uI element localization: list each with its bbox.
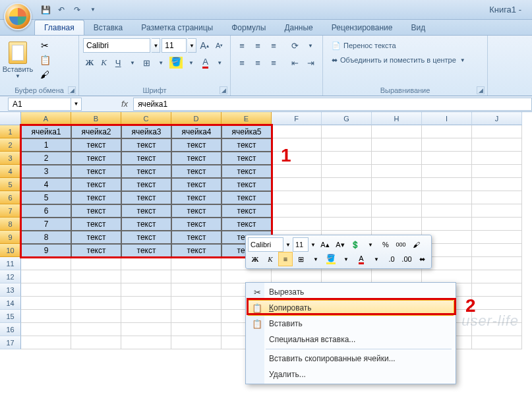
save-icon[interactable]: 💾: [40, 4, 51, 16]
font-size-dropdown-icon[interactable]: ▼: [188, 38, 196, 53]
cell-C16[interactable]: [121, 323, 171, 336]
font-color-dropdown-icon[interactable]: ▼: [213, 55, 226, 70]
col-header-F[interactable]: F: [272, 112, 322, 125]
cell-F2[interactable]: [272, 138, 322, 152]
merge-center-button[interactable]: ⬌ Объединить и поместить в центре ▼: [327, 53, 483, 67]
row-header-10[interactable]: 10: [0, 244, 21, 257]
mini-shrink-font-icon[interactable]: A▾: [333, 237, 347, 252]
ctx-paste-special[interactable]: Специальная вставка...: [247, 332, 454, 347]
ctx-delete[interactable]: Удалить...: [247, 367, 454, 382]
tab-0[interactable]: Главная: [34, 20, 84, 35]
mini-borders-dropdown-icon[interactable]: ▼: [309, 252, 323, 266]
cell-D11[interactable]: [171, 257, 222, 270]
cell-F5[interactable]: [272, 178, 322, 191]
cell-I8[interactable]: [422, 218, 472, 231]
cell-J13[interactable]: [472, 283, 522, 297]
mini-size-dropdown-icon[interactable]: ▼: [309, 237, 317, 252]
cell-F12[interactable]: [272, 270, 322, 283]
cell-B12[interactable]: [71, 270, 121, 283]
cell-H6[interactable]: [372, 191, 422, 204]
tab-2[interactable]: Разметка страницы: [132, 20, 222, 35]
mini-align-center-icon[interactable]: ≡: [278, 252, 293, 266]
cell-G8[interactable]: [322, 218, 372, 231]
paste-button[interactable]: Вставить ▼: [4, 38, 32, 82]
mini-accounting-dropdown-icon[interactable]: ▼: [363, 237, 378, 252]
cell-D7[interactable]: текст: [171, 204, 222, 218]
cell-D14[interactable]: [171, 297, 222, 310]
orientation-icon[interactable]: ⟳: [287, 38, 302, 53]
mini-accounting-icon[interactable]: 💲: [348, 237, 363, 252]
ctx-cut[interactable]: ✂ Вырезать: [247, 284, 454, 300]
cell-D5[interactable]: текст: [171, 178, 222, 191]
col-header-I[interactable]: I: [422, 112, 472, 125]
cell-A13[interactable]: [21, 283, 71, 297]
decrease-indent-icon[interactable]: ⇤: [287, 55, 302, 70]
cell-C17[interactable]: [121, 336, 171, 349]
bold-button[interactable]: Ж: [83, 55, 96, 70]
cell-A6[interactable]: 5: [21, 191, 71, 204]
cell-I7[interactable]: [422, 204, 472, 218]
cell-I6[interactable]: [422, 191, 472, 204]
cell-C5[interactable]: текст: [121, 178, 171, 191]
col-header-H[interactable]: H: [372, 112, 422, 125]
cell-H8[interactable]: [372, 218, 422, 231]
name-box[interactable]: A1: [8, 98, 71, 111]
cell-B15[interactable]: [71, 310, 121, 323]
mini-fill-color-icon[interactable]: 🪣: [324, 252, 338, 266]
cell-G1[interactable]: [322, 125, 372, 138]
row-header-6[interactable]: 6: [0, 191, 21, 204]
tab-3[interactable]: Формулы: [222, 20, 275, 35]
cell-D6[interactable]: текст: [171, 191, 222, 204]
office-button[interactable]: [4, 3, 32, 30]
cell-B7[interactable]: текст: [71, 204, 121, 218]
cut-icon[interactable]: ✂: [38, 40, 51, 51]
mini-increase-decimal-icon[interactable]: .00: [399, 252, 414, 266]
cell-C7[interactable]: текст: [121, 204, 171, 218]
row-header-11[interactable]: 11: [0, 257, 21, 270]
col-header-G[interactable]: G: [322, 112, 372, 125]
cell-I1[interactable]: [422, 125, 472, 138]
mini-format-painter-icon[interactable]: 🖌: [409, 237, 423, 252]
cell-A7[interactable]: 6: [21, 204, 71, 218]
mini-italic-button[interactable]: К: [263, 252, 278, 266]
cell-G5[interactable]: [322, 178, 372, 191]
cell-B8[interactable]: текст: [71, 218, 121, 231]
cell-J14[interactable]: [472, 297, 522, 310]
align-top-icon[interactable]: ≡: [235, 38, 249, 53]
cell-I2[interactable]: [422, 138, 472, 152]
col-header-C[interactable]: C: [121, 112, 171, 125]
mini-fill-dropdown-icon[interactable]: ▼: [339, 252, 353, 266]
align-left-icon[interactable]: ≡: [235, 55, 249, 70]
cell-F1[interactable]: [272, 125, 322, 138]
row-header-2[interactable]: 2: [0, 138, 21, 152]
cell-I3[interactable]: [422, 152, 472, 165]
clipboard-launcher[interactable]: ◢: [68, 86, 76, 94]
cell-A3[interactable]: 2: [21, 152, 71, 165]
cell-J12[interactable]: [472, 270, 522, 283]
col-header-D[interactable]: D: [171, 112, 222, 125]
cell-A16[interactable]: [21, 323, 71, 336]
row-header-16[interactable]: 16: [0, 323, 21, 336]
cell-H7[interactable]: [372, 204, 422, 218]
formula-input[interactable]: ячейка1: [133, 98, 532, 111]
cell-C3[interactable]: текст: [121, 152, 171, 165]
fill-dropdown-icon[interactable]: ▼: [185, 55, 198, 70]
redo-icon[interactable]: ↷: [71, 4, 83, 16]
font-name-select[interactable]: Calibri: [83, 38, 150, 53]
cell-A12[interactable]: [21, 270, 71, 283]
mini-decrease-decimal-icon[interactable]: .0: [384, 252, 399, 266]
cell-F4[interactable]: [272, 165, 322, 178]
cell-F6[interactable]: [272, 191, 322, 204]
mini-percent-icon[interactable]: %: [378, 237, 393, 252]
cell-B17[interactable]: [71, 336, 121, 349]
row-header-17[interactable]: 17: [0, 336, 21, 349]
name-box-dropdown-icon[interactable]: ▼: [71, 98, 82, 111]
cell-H3[interactable]: [372, 152, 422, 165]
cell-E4[interactable]: текст: [222, 165, 272, 178]
italic-button[interactable]: К: [98, 55, 111, 70]
cell-C8[interactable]: текст: [121, 218, 171, 231]
cell-D15[interactable]: [171, 310, 222, 323]
underline-button[interactable]: Ч: [111, 55, 125, 70]
cell-I12[interactable]: [422, 270, 472, 283]
cell-C12[interactable]: [121, 270, 171, 283]
